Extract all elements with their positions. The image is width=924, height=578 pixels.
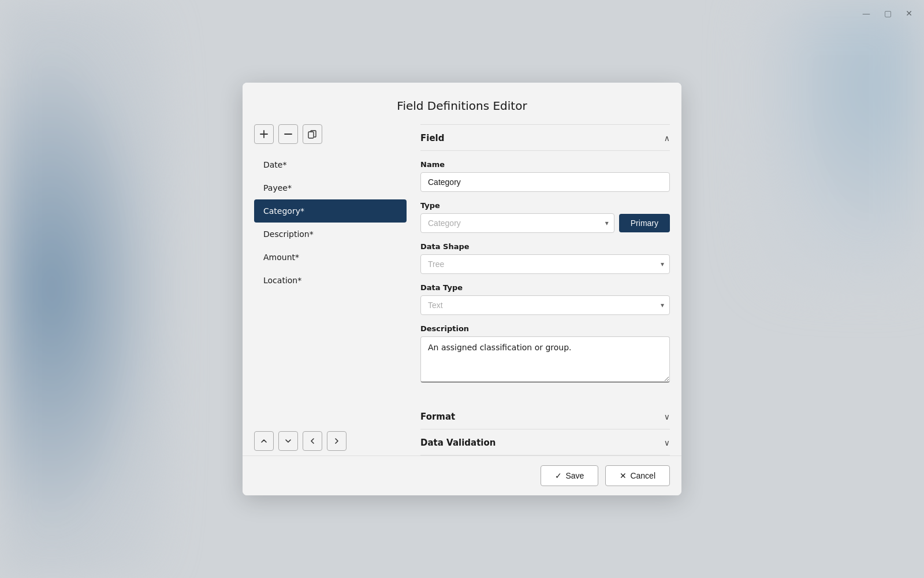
field-form: Name Type Category Text Date Number [420, 151, 670, 403]
name-label: Name [420, 160, 670, 169]
field-list: Date* Payee* Category* Description* Amou… [254, 153, 407, 422]
description-group: Description An assigned classification o… [420, 324, 670, 385]
field-item-location[interactable]: Location* [254, 269, 407, 292]
bg-decoration-left [0, 0, 173, 578]
remove-field-button[interactable] [278, 124, 298, 144]
left-arrow-icon [309, 438, 316, 444]
data-type-label: Data Type [420, 283, 670, 292]
add-field-button[interactable] [254, 124, 274, 144]
left-panel: Date* Payee* Category* Description* Amou… [254, 124, 416, 455]
dialog-title: Field Definitions Editor [243, 83, 681, 124]
data-type-select-wrapper: Text Number Date Boolean ▾ [420, 295, 670, 315]
field-item-description[interactable]: Description* [254, 223, 407, 246]
move-up-button[interactable] [254, 431, 274, 451]
validation-section-title: Data Validation [420, 438, 495, 448]
description-label: Description [420, 324, 670, 333]
name-input[interactable] [420, 172, 670, 192]
format-section-chevron-icon: ∨ [664, 412, 670, 421]
move-down-button[interactable] [278, 431, 298, 451]
add-icon [260, 130, 268, 138]
toolbar [254, 124, 407, 144]
copy-icon [308, 129, 317, 139]
validation-section-chevron-icon: ∨ [664, 438, 670, 447]
field-section-title: Field [420, 133, 444, 143]
field-item-date[interactable]: Date* [254, 153, 407, 176]
data-type-group: Data Type Text Number Date Boolean ▾ [420, 283, 670, 315]
data-type-select[interactable]: Text Number Date Boolean [420, 295, 670, 315]
field-definitions-dialog: Field Definitions Editor [243, 83, 681, 495]
cancel-button[interactable]: ✕ Cancel [605, 465, 670, 486]
data-shape-select-wrapper: Tree Flat Hierarchical ▾ [420, 254, 670, 274]
type-label: Type [420, 201, 670, 210]
primary-button[interactable]: Primary [619, 214, 670, 232]
data-shape-group: Data Shape Tree Flat Hierarchical ▾ [420, 242, 670, 274]
move-left-button[interactable] [303, 431, 322, 451]
type-row: Category Text Date Number Location ▾ Pri… [420, 213, 670, 233]
field-item-amount[interactable]: Amount* [254, 246, 407, 269]
down-arrow-icon [285, 438, 292, 444]
move-right-button[interactable] [327, 431, 346, 451]
type-group: Type Category Text Date Number Location … [420, 201, 670, 233]
field-section-chevron: ∧ [664, 134, 670, 143]
format-section-header[interactable]: Format ∨ [420, 403, 670, 429]
dialog-footer: ✓ Save ✕ Cancel [243, 455, 681, 495]
bg-decoration-right [751, 0, 924, 289]
cancel-icon: ✕ [620, 471, 627, 480]
right-panel: Field ∧ Name Type Category [416, 124, 670, 455]
save-icon: ✓ [555, 471, 562, 480]
field-item-payee[interactable]: Payee* [254, 176, 407, 199]
copy-field-button[interactable] [303, 124, 322, 144]
type-select[interactable]: Category Text Date Number Location [420, 213, 614, 233]
data-shape-label: Data Shape [420, 242, 670, 251]
svg-rect-0 [308, 132, 314, 138]
format-section-title: Format [420, 412, 455, 422]
save-label: Save [565, 471, 584, 480]
field-section-header[interactable]: Field ∧ [420, 124, 670, 151]
remove-icon [284, 130, 292, 138]
dialog-body: Date* Payee* Category* Description* Amou… [243, 124, 681, 455]
data-shape-select[interactable]: Tree Flat Hierarchical [420, 254, 670, 274]
navigation-buttons [254, 431, 407, 451]
description-textarea[interactable]: An assigned classification or group. [420, 336, 670, 383]
save-button[interactable]: ✓ Save [541, 465, 598, 486]
name-group: Name [420, 160, 670, 192]
cancel-label: Cancel [630, 471, 655, 480]
field-item-category[interactable]: Category* [254, 199, 407, 223]
type-select-wrapper: Category Text Date Number Location ▾ [420, 213, 614, 233]
validation-section-header[interactable]: Data Validation ∨ [420, 429, 670, 455]
right-arrow-icon [333, 438, 340, 444]
up-arrow-icon [260, 438, 267, 444]
